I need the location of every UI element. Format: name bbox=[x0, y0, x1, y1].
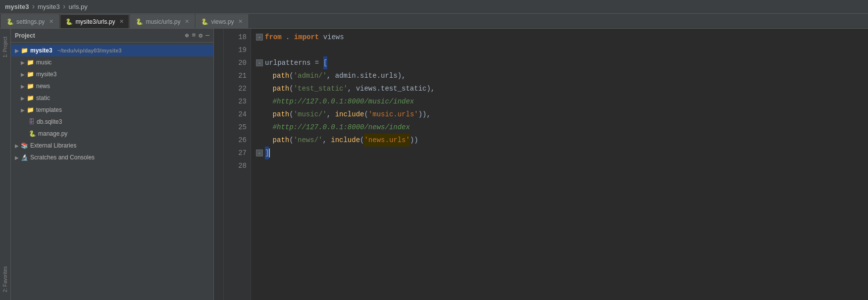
title-file1: mysite3 bbox=[38, 3, 60, 10]
code-content[interactable]: - from . import views - urlpatterns = [ bbox=[251, 29, 868, 300]
fold-18[interactable]: - bbox=[256, 34, 263, 41]
folder-icon-static: 📁 bbox=[27, 95, 34, 101]
minimize-icon[interactable]: — bbox=[205, 32, 209, 39]
side-icons-panel: 1: Project 2: Favorites bbox=[0, 29, 11, 300]
gutter-19 bbox=[215, 44, 222, 56]
token-21-admin: 'admin/' bbox=[294, 69, 327, 82]
token-24-close: )), bbox=[418, 108, 431, 121]
linenum-28: 28 bbox=[228, 159, 247, 172]
linenum-19: 19 bbox=[228, 44, 247, 56]
code-gutter bbox=[214, 29, 224, 300]
gutter-22 bbox=[215, 82, 222, 95]
token-dot: . bbox=[282, 31, 294, 44]
token-21-indent bbox=[256, 69, 273, 82]
linenum-20: 20 bbox=[228, 56, 247, 69]
scratches-icon: 🔬 bbox=[21, 154, 28, 161]
token-24-include: include bbox=[335, 108, 364, 121]
token-24-path: path bbox=[273, 108, 290, 121]
ext-libs-icon: 📚 bbox=[21, 142, 28, 149]
project-panel: Project ⊕ ≡ ⚙ — ▶ 📁 mysite3 ~/tedu/vip/d… bbox=[11, 29, 214, 300]
layout-icon[interactable]: ≡ bbox=[192, 32, 196, 39]
tree-file-manage[interactable]: 🐍 manage.py bbox=[11, 128, 213, 140]
tree-folder-news[interactable]: ▶ 📁 news bbox=[11, 80, 213, 92]
tab-music-urls[interactable]: 🐍 music/urls.py ✕ bbox=[130, 14, 195, 28]
token-21-comma: , admin.site.urls), bbox=[327, 69, 406, 82]
token-26-newsurls: 'news.urls' bbox=[364, 134, 409, 147]
token-23-comment: #http://127.0.0.1:8000/music/index bbox=[256, 95, 414, 108]
tree-manage-label: manage.py bbox=[38, 130, 67, 137]
line-numbers: 18 19 20 21 22 23 24 25 26 27 28 bbox=[224, 29, 251, 300]
tree-folder-mysite3-inner[interactable]: ▶ 📁 mysite3 bbox=[11, 68, 213, 80]
title-file2: urls.py bbox=[68, 3, 87, 10]
token-26-path: path bbox=[273, 134, 290, 147]
side-project-label[interactable]: 1: Project bbox=[1, 33, 9, 61]
tab-mysite3-urls-label: mysite3/urls.py bbox=[75, 18, 115, 25]
token-from: from bbox=[265, 31, 282, 44]
token-21-p1: ( bbox=[289, 69, 293, 82]
tree-external-label: External Libraries bbox=[30, 142, 76, 149]
title-sep2: › bbox=[62, 2, 67, 11]
tree-folder-static[interactable]: ▶ 📁 static bbox=[11, 92, 213, 104]
tree-arrow-root: ▶ bbox=[15, 48, 19, 53]
project-tree: ▶ 📁 mysite3 ~/tedu/vip/day03/mysite3 ▶ 📁… bbox=[11, 43, 213, 300]
token-27-bracket: ] bbox=[265, 147, 269, 159]
tab-settings-close[interactable]: ✕ bbox=[49, 18, 53, 25]
tab-mysite3-urls[interactable]: 🐍 mysite3/urls.py ✕ bbox=[60, 14, 129, 28]
file-icon-manage: 🐍 bbox=[29, 130, 36, 137]
fold-27[interactable]: - bbox=[256, 150, 263, 156]
tree-news-label: news bbox=[36, 83, 50, 90]
tab-mysite3-urls-close[interactable]: ✕ bbox=[119, 18, 124, 25]
linenum-23: 23 bbox=[228, 95, 247, 108]
fold-20[interactable]: - bbox=[256, 59, 263, 66]
tab-views-label: views.py bbox=[211, 18, 234, 25]
token-open-bracket: [ bbox=[323, 56, 327, 69]
gutter-21 bbox=[215, 69, 222, 82]
gutter-28 bbox=[215, 159, 222, 172]
tree-mysite3-inner-label: mysite3 bbox=[36, 71, 56, 78]
project-header: Project ⊕ ≡ ⚙ — bbox=[11, 29, 213, 43]
token-urlpatterns: urlpatterns = bbox=[265, 56, 323, 69]
token-24-p1: ( bbox=[289, 108, 293, 121]
tree-templates-label: templates bbox=[36, 106, 62, 113]
tab-settings[interactable]: 🐍 settings.py ✕ bbox=[1, 14, 59, 28]
sync-icon[interactable]: ⊕ bbox=[185, 32, 189, 40]
token-26-comma: , bbox=[322, 134, 331, 147]
token-24-musicurls: 'music.urls' bbox=[368, 108, 418, 121]
tree-folder-templates[interactable]: ▶ 📁 templates bbox=[11, 104, 213, 116]
code-line-22: path ( 'test_static' , views.test_static… bbox=[256, 82, 863, 95]
tree-arrow-music: ▶ bbox=[21, 60, 25, 65]
settings-icon[interactable]: ⚙ bbox=[199, 32, 203, 40]
tab-views[interactable]: 🐍 views.py ✕ bbox=[196, 14, 248, 28]
tree-static-label: static bbox=[36, 95, 50, 101]
tree-folder-external[interactable]: ▶ 📚 External Libraries bbox=[11, 140, 213, 151]
gutter-18 bbox=[215, 31, 222, 44]
project-name: mysite3 bbox=[5, 3, 29, 10]
gutter-26 bbox=[215, 134, 222, 147]
code-editor[interactable]: 18 19 20 21 22 23 24 25 26 27 28 - from … bbox=[214, 29, 868, 300]
folder-icon-mysite3-inner: 📁 bbox=[27, 71, 34, 78]
linenum-21: 21 bbox=[228, 69, 247, 82]
token-import: import bbox=[294, 31, 319, 44]
tree-scratches-label: Scratches and Consoles bbox=[30, 154, 95, 161]
tree-folder-scratches[interactable]: ▶ 🔬 Scratches and Consoles bbox=[11, 151, 213, 163]
code-line-25: #http://127.0.0.1:8000/news/index bbox=[256, 121, 863, 134]
token-22-rest: , views.test_static), bbox=[348, 82, 435, 95]
code-area: 18 19 20 21 22 23 24 25 26 27 28 - from … bbox=[214, 29, 868, 300]
token-22-indent bbox=[256, 82, 273, 95]
token-22-p1: ( bbox=[289, 82, 293, 95]
token-24-comma: , bbox=[327, 108, 335, 121]
text-cursor bbox=[269, 149, 270, 157]
tree-root-mysite3[interactable]: ▶ 📁 mysite3 ~/tedu/vip/day03/mysite3 bbox=[11, 45, 213, 56]
tree-db-label: db.sqlite3 bbox=[37, 118, 62, 125]
tree-folder-music[interactable]: ▶ 📁 music bbox=[11, 56, 213, 68]
token-26-p1: ( bbox=[289, 134, 293, 147]
tree-file-db[interactable]: 🗄 db.sqlite3 bbox=[11, 116, 213, 128]
folder-icon-templates: 📁 bbox=[27, 106, 34, 113]
side-favorites-label[interactable]: 2: Favorites bbox=[1, 262, 9, 296]
tab-settings-icon: 🐍 bbox=[6, 18, 14, 25]
tab-music-urls-close[interactable]: ✕ bbox=[185, 18, 189, 25]
token-26-p2: ( bbox=[360, 134, 364, 147]
tab-views-close[interactable]: ✕ bbox=[238, 18, 243, 25]
code-line-18: - from . import views bbox=[256, 31, 863, 44]
tree-root-path: ~/tedu/vip/day03/mysite3 bbox=[57, 48, 122, 53]
